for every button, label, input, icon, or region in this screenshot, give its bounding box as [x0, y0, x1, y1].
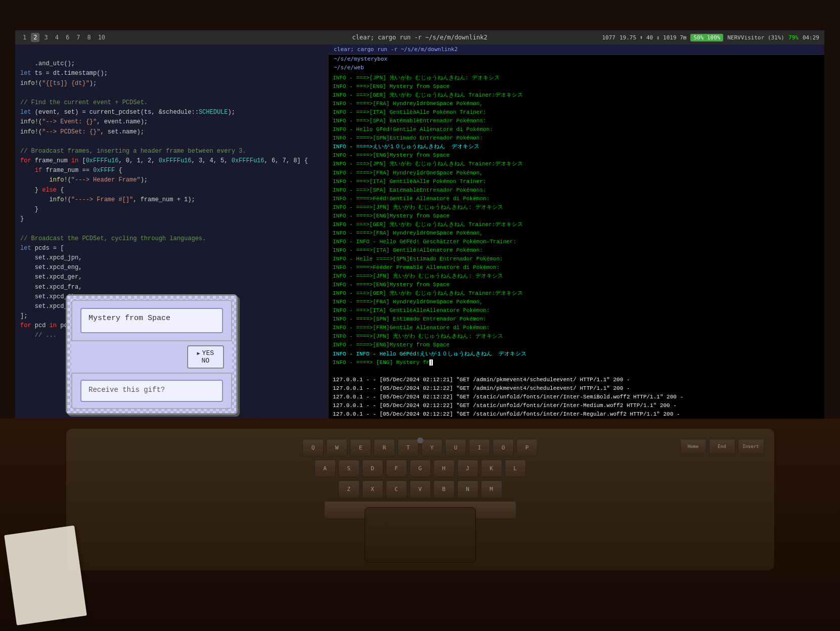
- log-line-19: INFO - ====>[FRA] HyndreyldrOneSpace Pok…: [333, 229, 820, 238]
- log-line-21: INFO - ====>[ITA] Gentilè!Allenatore Pok…: [333, 246, 820, 255]
- main-content: .and_utc(); let ts = dt.timestamp(); inf…: [15, 44, 824, 445]
- key-w[interactable]: W: [326, 439, 347, 457]
- dialog-title-text: Mystery from Space: [80, 308, 223, 333]
- keyboard: Q W E R T Y U I O P A S D F G H J K L Z …: [66, 429, 774, 570]
- yes-label[interactable]: YES: [202, 349, 214, 357]
- dialog-choice-area: ▶ YES NO: [71, 341, 232, 373]
- log-line-32: INFO - ====>[ENG]Mystery from Space: [333, 341, 820, 349]
- key-a[interactable]: A: [315, 460, 336, 477]
- log-line-10: INFO - ====>[ENG]Mystery from Space: [333, 151, 820, 160]
- tab-2[interactable]: 2: [31, 33, 39, 42]
- http-log-5: 127.0.0.1 - - [05/Dec/2024 02:12:22] "GE…: [333, 410, 820, 419]
- terminal-cwd-1: ~/s/e/mysterybox: [329, 55, 824, 63]
- key-e[interactable]: E: [350, 439, 371, 457]
- tab-list: 1 2 3 4 6 7 8 10: [20, 33, 108, 42]
- key-k[interactable]: K: [481, 460, 502, 477]
- key-j[interactable]: J: [457, 460, 478, 477]
- http-log-4: 127.0.0.1 - - [05/Dec/2024 02:12:22] "GE…: [333, 401, 820, 410]
- log-line-20: INFO - INFO - Hello GéFéd! Geschätzter P…: [333, 238, 820, 246]
- log-line-23: INFO - ====>Fééder Premable Allenatore d…: [333, 263, 820, 272]
- no-option[interactable]: NO: [197, 357, 214, 365]
- log-line-22: INFO - Helle ====>[SPN]Estimado Entrenad…: [333, 255, 820, 263]
- log-line-3: INFO - ===>[GER] 光いがわ むじゅうねんきねん Trainer:…: [333, 91, 820, 100]
- log-line-18: INFO - ===>[GER] 光いがわ むじゅうねんきねん Trainer:…: [333, 220, 820, 229]
- log-line-27: INFO - ====>[FRA] HyndreyldrOneSpace Pok…: [333, 298, 820, 306]
- terminal-title-bar: clear; cargo run -r ~/s/e/m/downlink2: [329, 44, 824, 55]
- pokemon-mystery-gift-dialog: Mystery from Space ▶ YES NO Receive this…: [66, 294, 238, 415]
- log-line-24: INFO - ====>[JPN] 光いがわ むじゅうねんきねん: デオキシス: [333, 272, 820, 281]
- tmux-title: clear; cargo run -r ~/s/e/m/downlink2: [352, 34, 487, 41]
- log-line-29: INFO - ====>[SPN] Estimado Entrenador Po…: [333, 315, 820, 324]
- key-f[interactable]: F: [386, 460, 407, 477]
- key-s[interactable]: S: [338, 460, 360, 477]
- key-n[interactable]: N: [457, 480, 478, 498]
- tab-8[interactable]: 8: [84, 33, 93, 42]
- dialog-question-area: Receive this gift?: [71, 373, 232, 409]
- key-g[interactable]: G: [410, 460, 431, 477]
- laptop-screen: 1 2 3 4 6 7 8 10 clear; cargo run -r ~/s…: [15, 30, 824, 445]
- http-log-3: 127.0.0.1 - - [05/Dec/2024 02:12:22] "GE…: [333, 393, 820, 401]
- key-t[interactable]: T: [397, 439, 419, 457]
- key-h[interactable]: H: [433, 460, 455, 477]
- key-home[interactable]: Home: [680, 439, 706, 454]
- code-editor-pane: .and_utc(); let ts = dt.timestamp(); inf…: [15, 44, 329, 445]
- key-o[interactable]: O: [493, 439, 514, 457]
- cpu-count: 1077: [602, 34, 615, 41]
- terminal-output: INFO - ===>[JPN] 光いがわ むじゅうねんきねん: デオキシス I…: [329, 72, 824, 445]
- log-line-12: INFO - ====>[FRA] HyndreyldrOneSpace Pok…: [333, 169, 820, 177]
- log-line-11: INFO - ===>[JPN] 光いがわ むじゅうねんきねん Trainer:…: [333, 160, 820, 168]
- tab-1[interactable]: 1: [20, 33, 29, 42]
- log-line-6: INFO - ===>[SPA] EatémablèEntrenador Pok…: [333, 117, 820, 125]
- log-line-4: INFO - ====>[FRA] HyndreyldrOneSpace Pok…: [333, 100, 820, 108]
- log-line-15: INFO - ====>Fééd!Gentile Allenatore di P…: [333, 195, 820, 203]
- key-r[interactable]: R: [374, 439, 395, 457]
- desk-surface: Q W E R T Y U I O P A S D F G H J K L Z …: [0, 419, 840, 631]
- key-c[interactable]: C: [386, 480, 407, 498]
- key-p[interactable]: P: [516, 439, 538, 457]
- log-line-14: INFO - ===>[SPA] EatémablèEntrenador Pok…: [333, 186, 820, 195]
- log-line-17: INFO - ====>[ENG]Mystery from Space: [333, 212, 820, 220]
- log-line-26: INFO - ===>[GER] 光いがわ むじゅうねんきねん Trainer:…: [333, 289, 820, 298]
- webcam-indicator: [417, 437, 423, 443]
- key-insert[interactable]: Insert: [738, 439, 764, 454]
- log-line-9: INFO - ====>えいが１０しゅうねんきねん デオキシス: [333, 143, 820, 151]
- yes-option[interactable]: ▶ YES: [197, 349, 214, 357]
- key-y[interactable]: Y: [421, 439, 443, 457]
- tab-7[interactable]: 7: [74, 33, 82, 42]
- key-i[interactable]: I: [469, 439, 490, 457]
- nav-keys: Home End Insert: [680, 439, 764, 454]
- key-u[interactable]: U: [445, 439, 466, 457]
- key-v[interactable]: V: [410, 480, 431, 498]
- log-line-8: INFO - ====>[SPN]Estimado Entrenador Pok…: [333, 134, 820, 143]
- key-d[interactable]: D: [362, 460, 383, 477]
- key-m[interactable]: M: [481, 480, 502, 498]
- key-l[interactable]: L: [505, 460, 526, 477]
- battery-indicator: 79%: [788, 34, 799, 41]
- dialog-question-text: Receive this gift?: [80, 380, 223, 402]
- key-x[interactable]: X: [362, 480, 383, 498]
- log-line-5: INFO - ===>[ITA] GentilèàAlle Pokémon Tr…: [333, 108, 820, 117]
- log-line-31: INFO - ====>[JPN] 光いがわ むじゅうねんきねん: デオキシス: [333, 332, 820, 341]
- tab-6[interactable]: 6: [63, 33, 72, 42]
- tab-10[interactable]: 10: [96, 33, 108, 42]
- load-avg: 19.75 ⬆ 40 ↕ 1019 7⊞: [620, 34, 686, 41]
- log-line-13: INFO - ===>[ITA] GentilèàAlle Pokémon Tr…: [333, 177, 820, 186]
- key-b[interactable]: B: [433, 480, 455, 498]
- log-line-7: INFO - Hello GFéd!Gentile Allenatore di …: [333, 125, 820, 134]
- http-log-2: 127.0.0.1 - - [05/Dec/2024 02:12:22] "GE…: [333, 384, 820, 393]
- log-line-28: INFO - ===>[ITA] GentilèAlleAllenatore P…: [333, 306, 820, 315]
- log-line-33: INFO - INFO - Hello GéPéd!えいが１０しゅうねんきねん …: [333, 350, 820, 358]
- yes-no-selector[interactable]: ▶ YES NO: [187, 345, 224, 369]
- log-line-30: INFO - ====>[FRM]Gentile Allenatore di P…: [333, 324, 820, 332]
- tab-4[interactable]: 4: [53, 33, 61, 42]
- key-z[interactable]: Z: [338, 480, 360, 498]
- log-line-25: INFO - ====>[ENG]Mystery from Space: [333, 281, 820, 289]
- key-end[interactable]: End: [709, 439, 735, 454]
- tab-3[interactable]: 3: [41, 33, 50, 42]
- keyboard-row-2: A S D F G H J K L: [76, 460, 764, 477]
- selection-arrow: ▶: [197, 350, 200, 356]
- key-q[interactable]: Q: [302, 439, 324, 457]
- wifi-status: NERVVisitor (31%): [727, 34, 784, 41]
- trackpad[interactable]: [365, 507, 476, 563]
- status-bar-right: 1077 19.75 ⬆ 40 ↕ 1019 7⊞ 50% 100% NERVV…: [602, 34, 819, 41]
